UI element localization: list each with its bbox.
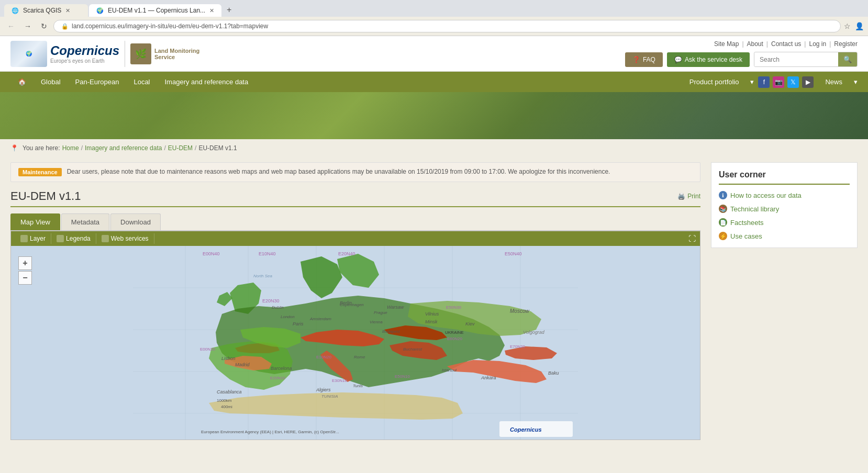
technical-library-link[interactable]: 📚 Technical library: [719, 205, 850, 213]
svg-text:TUNISIA: TUNISIA: [321, 394, 338, 399]
svg-text:Dublin: Dublin: [272, 305, 284, 310]
map-tool-layer[interactable]: Layer: [15, 233, 51, 244]
social-icons: f 📷 𝕏 ▶: [758, 76, 814, 88]
breadcrumb-eudem[interactable]: EU-DEM: [168, 144, 193, 152]
breadcrumb-imagery[interactable]: Imagery and reference data: [85, 144, 162, 152]
profile-icon[interactable]: 👤: [855, 22, 864, 30]
svg-text:Copernicus: Copernicus: [510, 426, 542, 433]
new-tab-button[interactable]: +: [222, 3, 236, 17]
service-desk-button[interactable]: 💬 Ask the service desk: [667, 52, 750, 67]
svg-text:E70N20: E70N20: [510, 344, 525, 349]
tab-download[interactable]: Download: [110, 213, 161, 230]
map-tool-legenda[interactable]: Legenda: [51, 233, 96, 244]
faq-button[interactable]: ❓ FAQ: [625, 52, 663, 67]
page-tabs: Map View Metadata Download: [10, 213, 700, 231]
svg-text:Istanbul: Istanbul: [442, 368, 457, 373]
svg-text:400mi: 400mi: [221, 404, 232, 409]
video-icon[interactable]: ▶: [802, 76, 814, 88]
zoom-controls: + −: [18, 256, 32, 285]
twitter-icon[interactable]: 𝕏: [787, 76, 799, 88]
tab-close-active-btn[interactable]: ✕: [209, 7, 214, 14]
reload-button[interactable]: ↻: [38, 20, 50, 32]
login-link[interactable]: Log in: [809, 40, 826, 48]
zoom-out-button[interactable]: −: [18, 271, 32, 285]
tab-close-btn[interactable]: ✕: [65, 7, 70, 14]
address-bar[interactable]: 🔒 land.copernicus.eu/imagery-in-situ/eu-…: [53, 20, 841, 32]
faq-icon: ❓: [632, 56, 640, 63]
nav-sep-3: |: [804, 40, 806, 48]
map-tool-webservices[interactable]: Web services: [96, 233, 154, 244]
nav-sep-2: |: [766, 40, 768, 48]
svg-text:Volgograd: Volgograd: [523, 330, 545, 335]
facebook-icon[interactable]: f: [758, 76, 770, 88]
webservices-label: Web services: [111, 235, 149, 242]
svg-text:Algiers: Algiers: [316, 387, 331, 392]
news-arrow: ▾: [854, 78, 858, 86]
svg-text:Paris: Paris: [293, 321, 304, 326]
register-link[interactable]: Register: [834, 40, 858, 48]
svg-text:E30N10: E30N10: [332, 378, 347, 383]
nav-pan-european[interactable]: Pan-European: [68, 72, 127, 92]
factsheets-link[interactable]: 📄 Factsheets: [719, 218, 850, 227]
map-expand-button[interactable]: ⛶: [688, 234, 696, 243]
nav-imagery[interactable]: Imagery and reference data: [158, 72, 256, 92]
browser-tab-copernicus[interactable]: 🌍 EU-DEM v1.1 — Copernicus Lan... ✕: [89, 4, 221, 17]
browser-right-icons: ☆ 👤: [844, 22, 864, 30]
breadcrumb-home[interactable]: Home: [62, 144, 79, 152]
logo-sub-text: Europe's eyes on Earth: [50, 58, 119, 64]
location-icon: 📍: [10, 144, 18, 152]
bookmark-icon[interactable]: ☆: [844, 22, 851, 30]
nav-local[interactable]: Local: [126, 72, 157, 92]
nav-home[interactable]: 🏠: [10, 72, 34, 92]
tab-label: Scarica QGIS: [23, 7, 61, 14]
you-are-here-label: You are here:: [23, 144, 60, 152]
nav-sep-1: |: [742, 40, 743, 48]
svg-text:Amsterdam: Amsterdam: [309, 317, 331, 321]
instagram-icon[interactable]: 📷: [773, 76, 784, 88]
service-label: Ask the service desk: [685, 56, 742, 63]
back-button[interactable]: ←: [4, 20, 18, 32]
about-link[interactable]: About: [747, 40, 763, 48]
contact-link[interactable]: Contact us: [771, 40, 801, 48]
library-icon: 📚: [719, 205, 727, 213]
tab-metadata[interactable]: Metadata: [61, 213, 109, 230]
svg-text:Budapest: Budapest: [382, 329, 400, 334]
news-link[interactable]: News: [818, 72, 850, 92]
copernicus-logo: 🌍 Copernicus Europe's eyes on Earth: [10, 41, 119, 67]
zoom-in-button[interactable]: +: [18, 256, 32, 270]
hero-banner: [0, 92, 868, 139]
site-map-link[interactable]: Site Map: [714, 40, 739, 48]
map-view: Moscow Kiev UKRAINE Volgograd Warsaw Ber…: [11, 246, 700, 440]
svg-text:E00N20: E00N20: [200, 347, 215, 352]
how-to-access-link[interactable]: ℹ How to access our data: [719, 191, 850, 199]
tab-map-view[interactable]: Map View: [10, 213, 60, 230]
factsheets-icon: 📄: [719, 218, 727, 227]
use-cases-icon: ⚡: [719, 232, 727, 240]
svg-text:E20N30: E20N30: [262, 298, 280, 303]
legenda-icon: [57, 235, 64, 242]
header-actions: ❓ FAQ 💬 Ask the service desk 🔍: [625, 52, 858, 67]
portfolio-arrow: ▾: [750, 78, 754, 86]
library-label: Technical library: [730, 205, 779, 213]
browser-tab-qgis[interactable]: 🌐 Scarica QGIS ✕: [4, 4, 88, 17]
product-portfolio-link[interactable]: Product portfolio: [682, 72, 747, 92]
tab-favicon: 🌐: [12, 7, 19, 14]
svg-text:Warsaw: Warsaw: [387, 305, 404, 310]
svg-text:E50N10: E50N10: [395, 374, 410, 379]
search-button[interactable]: 🔍: [838, 52, 857, 66]
browser-tabs: 🌐 Scarica QGIS ✕ 🌍 EU-DEM v1.1 — Coperni…: [4, 3, 864, 17]
print-button[interactable]: 🖨️ Print: [677, 193, 700, 200]
webservices-icon: [102, 235, 109, 242]
tab-label-active: EU-DEM v1.1 — Copernicus Lan...: [108, 7, 205, 14]
europe-map-svg: Moscow Kiev UKRAINE Volgograd Warsaw Ber…: [11, 246, 700, 440]
layer-icon: [20, 235, 28, 242]
forward-button[interactable]: →: [21, 20, 35, 32]
search-input[interactable]: [754, 53, 838, 66]
main-content: Maintenance Dear users, please note that…: [0, 157, 868, 451]
search-box: 🔍: [754, 52, 858, 67]
nav-global[interactable]: Global: [34, 72, 68, 92]
logo-main-text: Copernicus: [50, 43, 119, 58]
use-cases-link[interactable]: ⚡ Use cases: [719, 232, 850, 240]
svg-text:Vilnius: Vilnius: [425, 311, 439, 317]
lock-icon: 🔒: [61, 23, 69, 30]
